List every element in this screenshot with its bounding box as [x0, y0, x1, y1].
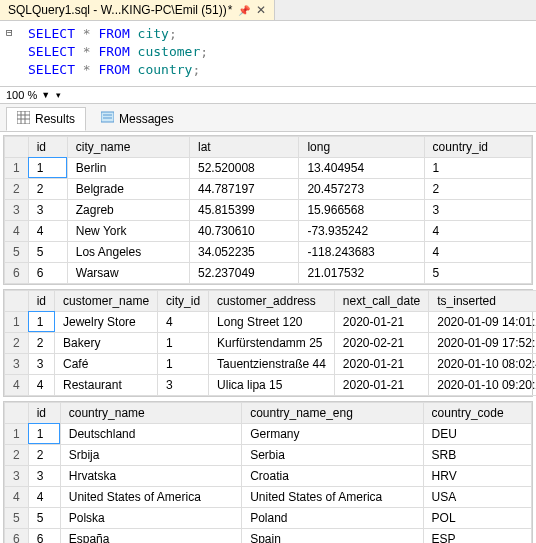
cell[interactable]: 45.815399 [190, 199, 299, 220]
cell[interactable]: Hrvatska [60, 465, 241, 486]
cell[interactable]: 6 [28, 262, 67, 283]
row-number[interactable]: 4 [5, 220, 29, 241]
cell[interactable]: 2020-01-09 14:01:20.000 [429, 311, 536, 332]
table-row[interactable]: 55PolskaPolandPOL [5, 507, 532, 528]
sql-editor[interactable]: ⊟ SELECT * FROM city; SELECT * FROM cust… [0, 21, 536, 86]
table-row[interactable]: 66EspañaSpainESP [5, 528, 532, 543]
cell[interactable]: Berlin [67, 157, 189, 178]
column-header[interactable]: city_name [67, 136, 189, 157]
row-number[interactable]: 4 [5, 486, 29, 507]
cell[interactable]: Belgrade [67, 178, 189, 199]
cell[interactable]: Serbia [242, 444, 423, 465]
cell[interactable]: 2020-01-21 [334, 374, 428, 395]
cell[interactable]: 2 [28, 332, 54, 353]
table-row[interactable]: 11Berlin52.52000813.4049541 [5, 157, 532, 178]
table-row[interactable]: 11Jewelry Store4Long Street 1202020-01-2… [5, 311, 537, 332]
cell[interactable]: 2020-01-10 09:20:21.000 [429, 374, 536, 395]
cell[interactable]: Kurfürstendamm 25 [209, 332, 335, 353]
zoom-level[interactable]: 100 % [6, 89, 37, 101]
table-row[interactable]: 44United States of AmericaUnited States … [5, 486, 532, 507]
row-number[interactable]: 5 [5, 241, 29, 262]
cell[interactable]: 52.237049 [190, 262, 299, 283]
results-grid-1[interactable]: idcity_namelatlongcountry_id11Berlin52.5… [3, 135, 533, 285]
cell[interactable]: 15.966568 [299, 199, 424, 220]
cell[interactable]: 6 [28, 528, 60, 543]
cell[interactable]: United States of America [60, 486, 241, 507]
results-grid-3[interactable]: idcountry_namecountry_name_engcountry_co… [3, 401, 533, 543]
cell[interactable]: 40.730610 [190, 220, 299, 241]
row-number[interactable]: 6 [5, 528, 29, 543]
cell[interactable]: 3 [28, 353, 54, 374]
cell[interactable]: 34.052235 [190, 241, 299, 262]
cell[interactable]: Bakery [55, 332, 158, 353]
tab-messages[interactable]: Messages [90, 107, 185, 131]
cell[interactable]: Germany [242, 423, 423, 444]
cell[interactable]: Warsaw [67, 262, 189, 283]
close-icon[interactable]: ✕ [256, 3, 266, 17]
table-row[interactable]: 33Café1Tauentzienstraße 442020-01-212020… [5, 353, 537, 374]
cell[interactable]: 2020-01-09 17:52:15.000 [429, 332, 536, 353]
cell[interactable]: España [60, 528, 241, 543]
cell[interactable]: 2020-02-21 [334, 332, 428, 353]
column-header[interactable]: ts_inserted [429, 290, 536, 311]
cell[interactable]: 4 [158, 311, 209, 332]
cell[interactable]: -118.243683 [299, 241, 424, 262]
collapse-gutter-icon[interactable]: ⊟ [6, 25, 13, 40]
cell[interactable]: 3 [424, 199, 531, 220]
table-row[interactable]: 66Warsaw52.23704921.0175325 [5, 262, 532, 283]
column-header[interactable]: next_call_date [334, 290, 428, 311]
cell[interactable]: Restaurant [55, 374, 158, 395]
table-row[interactable]: 22Bakery1Kurfürstendamm 252020-02-212020… [5, 332, 537, 353]
cell[interactable]: 3 [28, 465, 60, 486]
cell[interactable]: 52.520008 [190, 157, 299, 178]
cell[interactable]: 1 [158, 353, 209, 374]
table-row[interactable]: 55Los Angeles34.052235-118.2436834 [5, 241, 532, 262]
row-number[interactable]: 2 [5, 178, 29, 199]
cell[interactable]: USA [423, 486, 531, 507]
cell[interactable]: 13.404954 [299, 157, 424, 178]
row-number[interactable]: 1 [5, 311, 29, 332]
column-header[interactable]: country_name [60, 402, 241, 423]
table-row[interactable]: 44New York40.730610-73.9352424 [5, 220, 532, 241]
cell[interactable]: -73.935242 [299, 220, 424, 241]
cell[interactable]: 2020-01-10 08:02:49.000 [429, 353, 536, 374]
cell[interactable]: Deutschland [60, 423, 241, 444]
cell[interactable]: Ulica lipa 15 [209, 374, 335, 395]
cell[interactable]: 1 [424, 157, 531, 178]
cell[interactable]: Tauentzienstraße 44 [209, 353, 335, 374]
column-header[interactable]: customer_address [209, 290, 335, 311]
row-number[interactable]: 2 [5, 444, 29, 465]
cell[interactable]: 1 [28, 311, 54, 332]
chevron-down-icon[interactable]: ▼ [41, 90, 50, 100]
cell[interactable]: 3 [28, 199, 67, 220]
cell[interactable]: 1 [158, 332, 209, 353]
table-row[interactable]: 44Restaurant3Ulica lipa 152020-01-212020… [5, 374, 537, 395]
cell[interactable]: Café [55, 353, 158, 374]
cell[interactable]: Jewelry Store [55, 311, 158, 332]
row-number[interactable]: 1 [5, 157, 29, 178]
cell[interactable]: 1 [28, 157, 67, 178]
column-header[interactable]: long [299, 136, 424, 157]
cell[interactable]: 4 [424, 241, 531, 262]
cell[interactable]: ESP [423, 528, 531, 543]
cell[interactable]: 2020-01-21 [334, 353, 428, 374]
row-number[interactable]: 6 [5, 262, 29, 283]
pin-icon[interactable]: 📌 [238, 5, 250, 16]
cell[interactable]: 2 [28, 178, 67, 199]
cell[interactable]: Srbija [60, 444, 241, 465]
cell[interactable]: 5 [28, 241, 67, 262]
table-row[interactable]: 11DeutschlandGermanyDEU [5, 423, 532, 444]
cell[interactable]: 1 [28, 423, 60, 444]
results-grid-2[interactable]: idcustomer_namecity_idcustomer_addressne… [3, 289, 533, 397]
column-header[interactable]: id [28, 136, 67, 157]
cell[interactable]: 2 [424, 178, 531, 199]
column-header[interactable]: customer_name [55, 290, 158, 311]
table-row[interactable]: 22SrbijaSerbiaSRB [5, 444, 532, 465]
cell[interactable]: 4 [28, 486, 60, 507]
row-number[interactable]: 2 [5, 332, 29, 353]
cell[interactable]: 5 [424, 262, 531, 283]
cell[interactable]: New York [67, 220, 189, 241]
table-row[interactable]: 33Zagreb45.81539915.9665683 [5, 199, 532, 220]
table-row[interactable]: 22Belgrade44.78719720.4572732 [5, 178, 532, 199]
cell[interactable]: 4 [28, 374, 54, 395]
